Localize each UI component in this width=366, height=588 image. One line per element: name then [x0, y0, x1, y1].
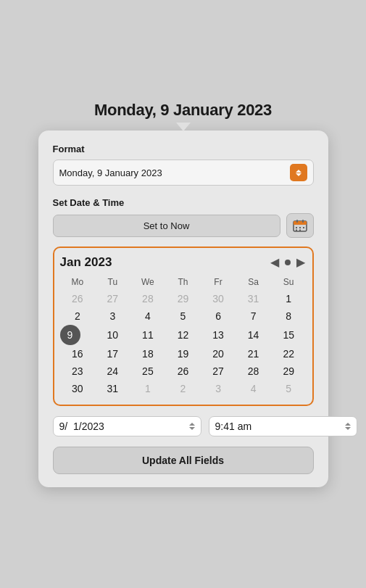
format-arrow-down [296, 173, 301, 176]
svg-rect-5 [299, 227, 301, 228]
calendar-day[interactable]: 23 [60, 363, 96, 380]
calendar-day[interactable]: 18 [130, 345, 166, 363]
calendar-day[interactable]: 3 [95, 307, 130, 325]
caret-decoration [176, 123, 191, 131]
calendar-day[interactable]: 12 [165, 325, 201, 345]
calendar-icon [293, 219, 307, 232]
calendar-day[interactable]: 6 [201, 307, 236, 325]
set-date-section: Set Date & Time Set to Now [53, 197, 314, 238]
calendar-day[interactable]: 28 [130, 290, 166, 307]
svg-rect-7 [296, 230, 297, 231]
calendar-week-row: 16171819202122 [60, 345, 307, 363]
date-arrow-up [189, 423, 195, 426]
time-stepper[interactable] [345, 423, 351, 430]
calendar-day[interactable]: 1 [130, 380, 166, 397]
calendar-nav: ◀ ▶ [269, 257, 307, 268]
set-date-label: Set Date & Time [53, 197, 314, 208]
calendar-week-row: 23242526272829 [60, 363, 307, 380]
calendar-today-dot[interactable] [285, 260, 291, 265]
time-input-wrap [209, 416, 357, 436]
calendar-day[interactable]: 27 [95, 290, 130, 307]
calendar-day[interactable]: 15 [271, 325, 307, 345]
calendar-day[interactable]: 30 [201, 290, 236, 307]
calendar-day[interactable]: 13 [201, 325, 236, 345]
weekday-header: Tu [95, 276, 130, 290]
calendar-prev-button[interactable]: ◀ [269, 257, 280, 268]
format-row: Monday, 9 January 2023 [53, 160, 314, 186]
format-label: Format [53, 144, 314, 154]
date-time-row [53, 416, 314, 436]
time-input[interactable] [215, 421, 342, 432]
calendar-grid: MoTuWeThFrSaSu 2627282930311234567891011… [60, 276, 307, 397]
calendar-day[interactable]: 2 [60, 307, 96, 325]
calendar-day[interactable]: 14 [236, 325, 271, 345]
calendar-week-row: 2627282930311 [60, 290, 307, 307]
calendar-day[interactable]: 25 [130, 363, 166, 380]
svg-rect-2 [296, 220, 298, 223]
calendar-day[interactable]: 17 [95, 345, 130, 363]
calendar-day[interactable]: 31 [95, 380, 130, 397]
weekday-header: Su [271, 276, 307, 290]
calendar-day[interactable]: 31 [236, 290, 271, 307]
calendar-widget: Jan 2023 ◀ ▶ MoTuWeThFrSaSu 262728293031… [53, 247, 314, 406]
date-input-wrap [53, 416, 201, 436]
calendar-icon-button[interactable] [286, 213, 314, 238]
svg-rect-1 [294, 221, 307, 225]
calendar-day[interactable]: 3 [201, 380, 236, 397]
calendar-day[interactable]: 10 [95, 325, 130, 345]
date-arrow-down [189, 427, 195, 430]
calendar-month-year: Jan 2023 [60, 255, 269, 270]
calendar-day[interactable]: 21 [236, 345, 271, 363]
time-arrow-up [345, 423, 351, 426]
calendar-day[interactable]: 1 [271, 290, 307, 307]
weekday-header: Fr [201, 276, 236, 290]
calendar-day[interactable]: 24 [95, 363, 130, 380]
svg-rect-4 [296, 227, 297, 228]
svg-rect-8 [299, 230, 301, 231]
calendar-body: 2627282930311234567891011121314151617181… [60, 290, 307, 397]
set-now-button[interactable]: Set to Now [53, 215, 280, 237]
svg-rect-3 [302, 220, 304, 223]
calendar-next-button[interactable]: ▶ [295, 257, 307, 268]
calendar-day[interactable]: 16 [60, 345, 96, 363]
date-picker-panel: Format Monday, 9 January 2023 Set Date &… [38, 131, 328, 487]
calendar-day[interactable]: 20 [201, 345, 236, 363]
calendar-day[interactable]: 30 [60, 380, 96, 397]
update-all-fields-button[interactable]: Update All Fields [53, 447, 314, 474]
page-title: Monday, 9 January 2023 [94, 101, 272, 120]
calendar-day[interactable]: 26 [60, 290, 96, 307]
calendar-weekdays-row: MoTuWeThFrSaSu [60, 276, 307, 290]
calendar-day[interactable]: 11 [130, 325, 166, 345]
calendar-day[interactable]: 2 [165, 380, 201, 397]
calendar-day[interactable]: 29 [271, 363, 307, 380]
format-arrow-up [296, 170, 301, 173]
weekday-header: Th [165, 276, 201, 290]
date-input[interactable] [59, 421, 186, 432]
format-value: Monday, 9 January 2023 [59, 167, 290, 178]
calendar-week-row: 303112345 [60, 380, 307, 397]
calendar-day[interactable]: 7 [236, 307, 271, 325]
svg-rect-6 [303, 227, 304, 228]
calendar-day[interactable]: 4 [130, 307, 166, 325]
calendar-day[interactable]: 9 [60, 325, 80, 345]
calendar-day[interactable]: 8 [271, 307, 307, 325]
set-now-row: Set to Now [53, 213, 314, 238]
date-stepper[interactable] [189, 423, 195, 430]
weekday-header: Sa [236, 276, 271, 290]
calendar-day[interactable]: 26 [165, 363, 201, 380]
weekday-header: Mo [60, 276, 96, 290]
calendar-header: Jan 2023 ◀ ▶ [60, 255, 307, 270]
calendar-day[interactable]: 29 [165, 290, 201, 307]
weekday-header: We [130, 276, 166, 290]
calendar-day[interactable]: 19 [165, 345, 201, 363]
time-arrow-down [345, 427, 351, 430]
calendar-week-row: 2345678 [60, 307, 307, 325]
calendar-day[interactable]: 4 [236, 380, 271, 397]
calendar-day[interactable]: 28 [236, 363, 271, 380]
calendar-day[interactable]: 22 [271, 345, 307, 363]
calendar-day[interactable]: 5 [271, 380, 307, 397]
calendar-week-row: 9101112131415 [60, 325, 307, 345]
calendar-day[interactable]: 5 [165, 307, 201, 325]
calendar-day[interactable]: 27 [201, 363, 236, 380]
format-stepper[interactable] [290, 164, 307, 181]
